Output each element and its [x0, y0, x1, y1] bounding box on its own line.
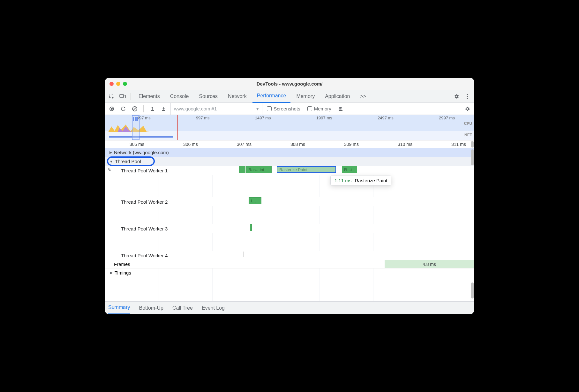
flame-event[interactable]: I… [249, 197, 261, 204]
ruler-tick: 311 ms [451, 142, 466, 147]
kebab-menu-icon[interactable] [462, 92, 472, 101]
svg-rect-8 [339, 110, 342, 111]
minimize-window-button[interactable] [116, 82, 120, 86]
timeline-overview[interactable]: 497 ms 997 ms 1497 ms 1997 ms 2497 ms 29… [105, 115, 474, 140]
divider [131, 93, 131, 100]
maximize-window-button[interactable] [123, 82, 127, 86]
net-axis-label: NET [464, 133, 472, 137]
tab-call-tree[interactable]: Call Tree [172, 302, 193, 314]
network-track-header[interactable]: ▶ Network (ww.google.com) [105, 148, 474, 157]
ruler-tick: 310 ms [398, 142, 412, 147]
thread-pool-header[interactable]: ▼ Thread Pool [105, 157, 474, 166]
device-toolbar-icon[interactable] [118, 92, 127, 101]
record-button[interactable] [107, 104, 117, 114]
main-tabs: Elements Console Sources Network Perform… [105, 90, 474, 103]
window-controls [109, 82, 127, 86]
close-window-button[interactable] [109, 82, 114, 86]
net-activity-bar [109, 136, 173, 138]
overview-ticks: 497 ms 997 ms 1497 ms 1997 ms 2497 ms 29… [105, 116, 474, 120]
tab-bottom-up[interactable]: Bottom-Up [139, 302, 163, 314]
frame-duration-bar[interactable]: 4.8 ms [385, 260, 474, 268]
performance-toolbar: www.google.com #1 ▾ Screenshots Memory [105, 103, 474, 115]
tooltip-name: Rasterize Paint [355, 178, 387, 183]
tab-elements[interactable]: Elements [134, 90, 164, 103]
frames-label: Frames [114, 261, 130, 267]
clear-button[interactable] [130, 104, 139, 114]
window-title: DevTools - www.google.com/ [105, 81, 474, 87]
tick-label: 2497 ms [378, 116, 394, 120]
flame-event-tiny[interactable] [243, 252, 244, 257]
tooltip-duration: 1.11 ms [335, 178, 351, 183]
tick-label: 1997 ms [316, 116, 332, 120]
screenshots-checkbox[interactable]: Screenshots [264, 106, 303, 111]
flame-event-rasterize[interactable]: Ras…int [246, 166, 272, 173]
event-tooltip: 1.11 ms Rasterize Paint [330, 176, 391, 185]
tab-performance[interactable]: Performance [252, 90, 291, 103]
expand-arrow-icon: ▶ [110, 271, 113, 275]
scrollbar-thumb[interactable] [471, 283, 474, 298]
svg-point-3 [467, 94, 468, 95]
annotation-highlight [107, 156, 155, 166]
marker-line [177, 115, 178, 140]
ruler-tick: 305 ms [130, 142, 144, 147]
tab-sources[interactable]: Sources [194, 90, 222, 103]
tab-event-log[interactable]: Event Log [202, 302, 225, 314]
handle-left[interactable] [133, 117, 134, 121]
checkbox-icon [267, 106, 272, 111]
svg-line-7 [133, 107, 136, 110]
garbage-collect-icon[interactable] [336, 104, 345, 114]
recording-selector[interactable]: www.google.com #1 ▾ [170, 103, 262, 115]
tick-label: 2997 ms [439, 116, 455, 120]
tab-console[interactable]: Console [166, 90, 193, 103]
flame-chart-area[interactable]: ▶ Network (ww.google.com) ▼ Thread Pool … [105, 148, 474, 301]
svg-rect-2 [124, 95, 125, 98]
upload-icon[interactable] [147, 104, 157, 114]
tick-label: 1497 ms [255, 116, 271, 120]
scrollbar-thumb[interactable] [471, 141, 474, 147]
settings-gear-icon[interactable] [452, 92, 461, 101]
cpu-axis-label: CPU [464, 121, 472, 126]
divider [143, 105, 144, 112]
flame-event[interactable] [250, 224, 252, 231]
memory-label: Memory [314, 106, 331, 111]
detail-ruler[interactable]: 305 ms 306 ms 307 ms 308 ms 309 ms 310 m… [105, 140, 474, 148]
handle-right[interactable] [136, 117, 137, 121]
download-icon[interactable] [159, 104, 169, 114]
ruler-tick: 306 ms [183, 142, 198, 147]
timings-track-header[interactable]: ▶ Timings [105, 268, 474, 277]
svg-point-5 [467, 98, 468, 99]
titlebar: DevTools - www.google.com/ [105, 78, 474, 90]
frames-track[interactable]: Frames 4.8 ms [105, 260, 474, 268]
inspect-element-icon[interactable] [107, 92, 117, 101]
flame-event[interactable] [239, 166, 245, 173]
svg-rect-1 [120, 94, 124, 97]
ruler-tick: 307 ms [237, 142, 252, 147]
overview-window-handle[interactable] [132, 115, 139, 140]
ruler-tick: 308 ms [290, 142, 305, 147]
ruler-tick: 309 ms [344, 142, 359, 147]
tab-more-overflow[interactable]: >> [356, 90, 371, 103]
details-tabs: Summary Bottom-Up Call Tree Event Log [105, 301, 474, 314]
tab-memory[interactable]: Memory [292, 90, 319, 103]
tick-label: 997 ms [196, 116, 210, 120]
devtools-window: DevTools - www.google.com/ Elements Cons… [105, 78, 474, 314]
scrollbar-thumb[interactable] [471, 149, 474, 165]
tab-network[interactable]: Network [223, 90, 251, 103]
screenshots-label: Screenshots [274, 106, 300, 111]
capture-settings-gear-icon[interactable] [462, 104, 472, 114]
svg-point-4 [467, 96, 468, 97]
network-track-label: Network (ww.google.com) [114, 150, 169, 155]
frame-duration-value: 4.8 ms [423, 262, 436, 267]
flame-event-rasterize[interactable]: R…t [342, 166, 357, 173]
cpu-activity-chart [108, 123, 185, 132]
tab-summary[interactable]: Summary [108, 302, 130, 314]
checkbox-icon [307, 106, 312, 111]
timings-label: Timings [115, 270, 131, 275]
handle-right[interactable] [137, 117, 138, 121]
reload-button[interactable] [118, 104, 128, 114]
tab-application[interactable]: Application [320, 90, 354, 103]
recording-name: www.google.com #1 [174, 106, 217, 111]
memory-checkbox[interactable]: Memory [305, 106, 334, 111]
expand-arrow-icon: ▶ [109, 150, 112, 155]
flame-event-rasterize-selected[interactable]: Rasterize Paint [277, 166, 336, 173]
